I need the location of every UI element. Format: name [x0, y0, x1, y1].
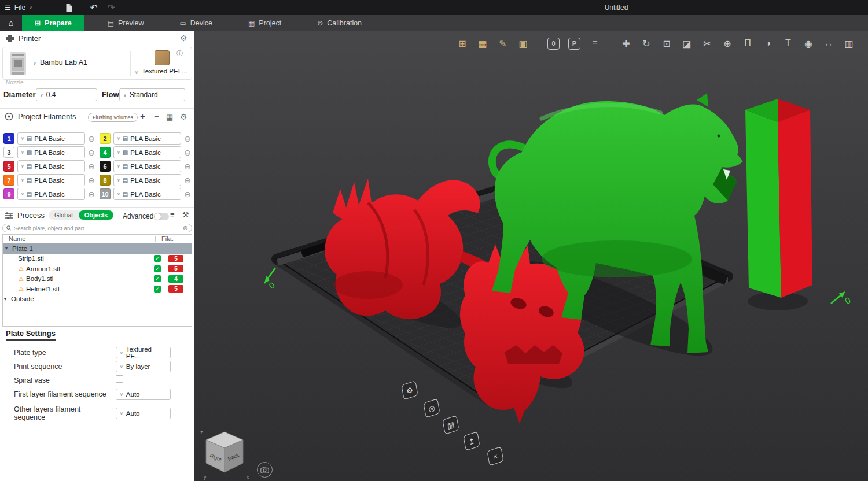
move-icon[interactable]: ✚	[617, 35, 635, 52]
filament-badge[interactable]: 4	[168, 275, 183, 283]
advanced-toggle[interactable]	[154, 213, 169, 220]
filament-color-swatch[interactable]: 7	[3, 175, 14, 186]
filament-color-swatch[interactable]: 3	[3, 147, 14, 158]
filament-color-swatch[interactable]: 4	[100, 147, 111, 158]
minus-circle-icon[interactable]: ⊖	[88, 190, 95, 199]
diameter-select[interactable]: ∨ 0.4	[36, 88, 97, 101]
first-layer-sequence-select[interactable]: ∨ Auto	[116, 388, 171, 400]
objects-list-icon[interactable]: ≡	[586, 35, 604, 52]
ams-sync-icon[interactable]: ▦	[166, 113, 173, 121]
auto-orient-icon[interactable]: ✎	[494, 35, 512, 52]
tree-row-object[interactable]: ⚠ Body1.stl ✓ 4	[3, 274, 192, 284]
objects-segment-button[interactable]: Objects	[79, 210, 113, 220]
scene-canvas[interactable]: 0 0	[194, 31, 868, 481]
expand-list-icon[interactable]: ≡	[170, 210, 175, 219]
filament-color-swatch[interactable]: 8	[100, 175, 111, 186]
filament-select[interactable]: ∨ ▤ PLA Basic	[17, 188, 85, 200]
orientation-cube[interactable]: Right Back z y x	[198, 425, 253, 480]
filament-select[interactable]: ∨ ▤ PLA Basic	[113, 174, 181, 186]
remove-filament-button[interactable]: −	[154, 111, 159, 121]
minus-circle-icon[interactable]: ⊖	[88, 162, 95, 171]
filament-select[interactable]: ∨ ▤ PLA Basic	[113, 146, 181, 158]
tune-icon[interactable]: ⚒	[182, 210, 189, 219]
tab-calibration[interactable]: ⊚ Calibration	[304, 15, 374, 31]
plate-type-select[interactable]: Textured PEI ...	[142, 68, 187, 75]
assembly-icon[interactable]: ▥	[840, 35, 858, 52]
seam-paint-icon[interactable]: ◉	[800, 35, 817, 52]
plate-info-icon[interactable]: ⓘ	[176, 49, 183, 58]
color-paint-icon[interactable]: ◑	[759, 35, 777, 52]
minus-circle-icon[interactable]: ⊖	[88, 176, 95, 185]
filament-color-swatch[interactable]: 5	[3, 161, 14, 172]
collapse-chevron-icon[interactable]: ▾	[5, 246, 12, 251]
file-menu-caret-icon[interactable]: ∨	[29, 5, 32, 10]
filament-select[interactable]: ∨ ▤ PLA Basic	[17, 174, 85, 186]
filament-badge[interactable]: 5	[168, 285, 183, 293]
printer-name-select[interactable]: Bambu Lab A1	[40, 58, 87, 66]
filament-settings-gear-icon[interactable]: ⚙	[180, 112, 187, 121]
lay-flat-icon[interactable]: ◪	[678, 35, 696, 52]
plate-type-setting-select[interactable]: ∨ Textured PE...	[116, 347, 171, 358]
global-segment-button[interactable]: Global	[49, 210, 79, 220]
fill-color-icon[interactable]: 0	[547, 38, 560, 50]
filament-color-swatch[interactable]: 2	[100, 133, 111, 144]
other-layers-sequence-select[interactable]: ∨ Auto	[116, 408, 171, 419]
print-sequence-select[interactable]: ∨ By layer	[116, 361, 171, 372]
tree-row-object[interactable]: ⚠ Armour1.stl ✓ 5	[3, 264, 192, 274]
undo-button[interactable]: ↶	[87, 1, 101, 14]
prime-tower-model[interactable]	[745, 99, 812, 298]
filament-select[interactable]: ∨ ▤ PLA Basic	[17, 146, 85, 158]
visibility-checkbox[interactable]: ✓	[154, 265, 161, 272]
viewport-3d[interactable]: 0 0 ⊞ ▦ ✎ ▣ 0 P ≡ ✚ ↻ ⊡ ◪ ✂ ⊕ Π ◑ T ◉ ↔ …	[194, 31, 868, 481]
measure-icon[interactable]: ↔	[820, 35, 837, 52]
minus-circle-icon[interactable]: ⊖	[184, 176, 191, 185]
minus-circle-icon[interactable]: ⊖	[184, 190, 191, 199]
tab-preview[interactable]: ▤ Preview	[95, 15, 157, 31]
search-input[interactable]	[14, 225, 181, 231]
flow-select[interactable]: ∨ Standard	[119, 88, 185, 101]
tab-prepare[interactable]: ⊞ Prepare	[22, 15, 84, 31]
add-object-icon[interactable]: ⊞	[454, 35, 471, 52]
plate-type-thumbnail[interactable]	[155, 50, 170, 65]
file-menu[interactable]: File	[14, 3, 25, 12]
tree-row-plate[interactable]: ▾ Plate 1	[3, 243, 192, 254]
tab-device[interactable]: ▭ Device	[167, 15, 225, 31]
filament-group-icon[interactable]: P	[568, 38, 580, 50]
tab-project[interactable]: ▦ Project	[236, 15, 294, 31]
filament-badge[interactable]: 5	[168, 265, 183, 272]
scale-icon[interactable]: ⊡	[658, 35, 675, 52]
filament-select[interactable]: ∨ ▤ PLA Basic	[113, 132, 181, 145]
add-filament-button[interactable]: +	[140, 111, 145, 121]
minus-circle-icon[interactable]: ⊖	[184, 162, 191, 171]
search-clear-icon[interactable]: ⊗	[183, 225, 188, 231]
mesh-boolean-icon[interactable]: ⊕	[719, 35, 736, 52]
camera-snapshot-button[interactable]	[257, 462, 273, 478]
filament-badge[interactable]: 5	[168, 255, 183, 262]
minus-circle-icon[interactable]: ⊖	[88, 134, 95, 143]
open-file-icon[interactable]	[62, 1, 76, 14]
filament-select[interactable]: ∨ ▤ PLA Basic	[113, 188, 181, 200]
minus-circle-icon[interactable]: ⊖	[184, 148, 191, 157]
tree-row-outside[interactable]: ▾ Outside	[3, 294, 192, 305]
tree-row-object[interactable]: ⚠ Helmet1.stl ✓ 5	[3, 284, 192, 294]
arrange-icon[interactable]: ▣	[514, 35, 532, 52]
printer-settings-gear-icon[interactable]: ⚙	[180, 34, 187, 43]
minus-circle-icon[interactable]: ⊖	[184, 134, 191, 143]
visibility-checkbox[interactable]: ✓	[154, 275, 161, 282]
filament-color-swatch[interactable]: 6	[100, 161, 111, 172]
filament-color-swatch[interactable]: 9	[3, 188, 14, 199]
flushing-volumes-button[interactable]: Flushing volumes	[88, 113, 138, 122]
filament-select[interactable]: ∨ ▤ PLA Basic	[113, 160, 181, 172]
minus-circle-icon[interactable]: ⊖	[88, 148, 95, 157]
cut-icon[interactable]: ✂	[698, 35, 716, 52]
home-button[interactable]: ⌂	[0, 15, 22, 31]
support-paint-icon[interactable]: Π	[739, 35, 756, 52]
filament-color-swatch[interactable]: 1	[3, 133, 14, 144]
spiral-vase-checkbox[interactable]	[116, 375, 123, 383]
visibility-checkbox[interactable]: ✓	[154, 255, 161, 262]
collapse-chevron-icon[interactable]: ▾	[4, 297, 11, 302]
visibility-checkbox[interactable]: ✓	[154, 286, 161, 293]
rotate-icon[interactable]: ↻	[638, 35, 655, 52]
tree-row-object[interactable]: Strip1.stl ✓ 5	[3, 254, 192, 264]
filament-select[interactable]: ∨ ▤ PLA Basic	[17, 132, 85, 145]
